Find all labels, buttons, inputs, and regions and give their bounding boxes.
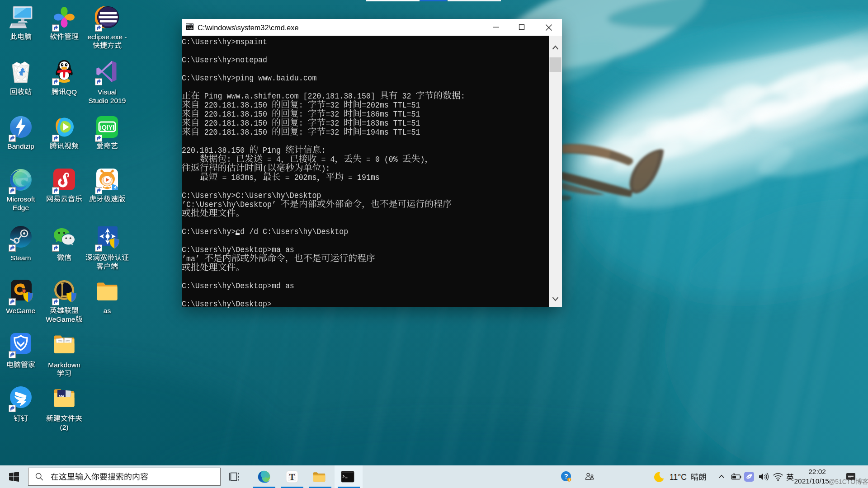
svg-text:Bandizip: Bandizip xyxy=(7,142,34,150)
svg-text::: : xyxy=(321,146,326,155)
svg-text:TTL=51: TTL=51 xyxy=(393,128,420,137)
svg-text:183ms: 183ms xyxy=(231,173,254,182)
svg-text::: : xyxy=(227,155,231,164)
svg-text:4: 4 xyxy=(276,155,281,164)
svg-text:Visual: Visual xyxy=(98,88,117,96)
svg-text:www.a.shifen.com: www.a.shifen.com xyxy=(227,92,299,101)
svg-text:C:\Users\hy\Desktop>ma: C:\Users\hy\Desktop>ma xyxy=(182,245,281,254)
svg-text:C:\Users\hy>C:\Users\hy\Deskto: C:\Users\hy>C:\Users\hy\Desktop xyxy=(182,191,321,200)
svg-text:@51CTO: @51CTO xyxy=(829,478,855,485)
svg-text:C:\Users\hy>notepad: C:\Users\hy>notepad xyxy=(182,56,267,65)
svg-text::: : xyxy=(299,119,303,128)
svg-text:’C:\Users\hy\Desktop’: ’C:\Users\hy\Desktop’ xyxy=(182,200,276,209)
svg-text:191ms: 191ms xyxy=(357,173,380,182)
svg-text:Studio 2019: Studio 2019 xyxy=(89,97,126,104)
svg-text:as: as xyxy=(104,307,111,314)
svg-text:(2): (2) xyxy=(60,423,69,431)
svg-text:=32: =32 xyxy=(326,119,339,128)
svg-text:C:\Users\hy\Desktop>md: C:\Users\hy\Desktop>md xyxy=(182,282,281,291)
svg-text:WeGame: WeGame xyxy=(46,315,75,323)
svg-text:Microsoft: Microsoft xyxy=(7,195,36,203)
svg-text:2021/10/15: 2021/10/15 xyxy=(794,477,829,485)
svg-text:=186ms: =186ms xyxy=(362,110,389,119)
svg-text:as: as xyxy=(285,282,294,291)
svg-text:www.baidu.com: www.baidu.com xyxy=(258,74,316,83)
svg-text:Steam: Steam xyxy=(11,254,31,262)
svg-text:(: ( xyxy=(263,164,267,173)
svg-text:220.181.38.150: 220.181.38.150 xyxy=(204,128,267,137)
svg-text:C:\Users\hy\Desktop>: C:\Users\hy\Desktop> xyxy=(182,300,272,309)
svg-text::: : xyxy=(299,101,303,110)
svg-text:C:\Users\hy>mspaint: C:\Users\hy>mspaint xyxy=(182,38,267,47)
svg-text:as: as xyxy=(285,245,294,254)
svg-text:11°C: 11°C xyxy=(670,473,687,482)
svg-text:220.181.38.150: 220.181.38.150 xyxy=(204,110,267,119)
svg-text:eclipse.exe -: eclipse.exe - xyxy=(88,33,127,41)
svg-text:TTL=51: TTL=51 xyxy=(393,110,420,119)
svg-text:220.181.38.150: 220.181.38.150 xyxy=(182,146,245,155)
svg-text:WeGame: WeGame xyxy=(6,307,35,314)
svg-text:=183ms: =183ms xyxy=(362,119,389,128)
svg-text:Edge: Edge xyxy=(13,204,29,211)
svg-text::: : xyxy=(299,128,303,137)
svg-text:TTL=51: TTL=51 xyxy=(393,119,420,128)
svg-text:=: = xyxy=(285,173,290,182)
svg-text:=: = xyxy=(267,155,272,164)
svg-text:=194ms: =194ms xyxy=(362,128,389,137)
svg-text:=: = xyxy=(321,155,326,164)
svg-text:/d: /d xyxy=(249,227,258,236)
svg-text:C:\Users\hy>ping: C:\Users\hy>ping xyxy=(182,74,254,83)
svg-text:C:\Users\hy\Desktop: C:\Users\hy\Desktop xyxy=(263,227,348,236)
svg-text:(0%: (0% xyxy=(384,155,398,164)
svg-text:C:\Users\hy>cd: C:\Users\hy>cd xyxy=(182,227,245,236)
svg-text:32: 32 xyxy=(402,92,411,101)
svg-text:220.181.38.150: 220.181.38.150 xyxy=(204,119,267,128)
svg-text::: : xyxy=(461,92,465,101)
svg-text:QQ: QQ xyxy=(66,88,77,96)
svg-text:’ma’: ’ma’ xyxy=(182,254,200,263)
svg-text:[220.181.38.150]: [220.181.38.150] xyxy=(303,92,375,101)
svg-text:0: 0 xyxy=(375,155,380,164)
svg-text:TTL=51: TTL=51 xyxy=(393,101,420,110)
svg-text:=32: =32 xyxy=(326,110,339,119)
svg-text:4: 4 xyxy=(330,155,335,164)
svg-text:22:02: 22:02 xyxy=(808,468,826,475)
svg-text:C:\windows\system32\cmd.exe: C:\windows\system32\cmd.exe xyxy=(198,23,299,32)
svg-text:=32: =32 xyxy=(326,101,339,110)
svg-text:202ms: 202ms xyxy=(294,173,317,182)
svg-text:):: ): xyxy=(321,164,330,173)
svg-text:=: = xyxy=(366,155,371,164)
svg-text:Markdown: Markdown xyxy=(48,361,80,369)
svg-text::: : xyxy=(299,110,303,119)
svg-text:=202ms: =202ms xyxy=(362,101,389,110)
svg-text:=: = xyxy=(222,173,227,182)
svg-text:=32: =32 xyxy=(326,128,339,137)
svg-text:Ping: Ping xyxy=(204,92,222,101)
svg-text:220.181.38.150: 220.181.38.150 xyxy=(204,101,267,110)
svg-text:Ping: Ping xyxy=(263,146,281,155)
svg-text:=: = xyxy=(348,173,353,182)
svg-text:): ) xyxy=(420,155,425,164)
